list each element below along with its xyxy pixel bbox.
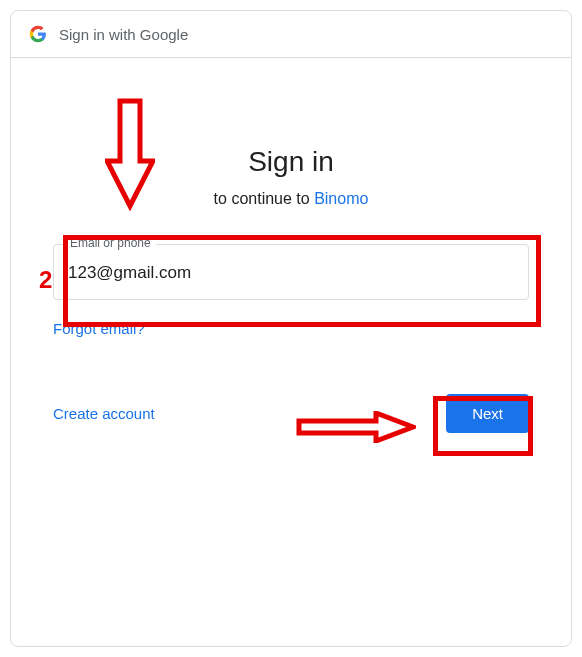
subtitle-text: to continue to bbox=[214, 190, 315, 207]
email-input-wrap: Email or phone bbox=[53, 244, 529, 300]
app-name-link[interactable]: Binomo bbox=[314, 190, 368, 207]
forgot-email-link[interactable]: Forgot email? bbox=[53, 320, 145, 337]
card-header: Sign in with Google bbox=[11, 11, 571, 58]
actions-row: Create account Next bbox=[53, 394, 529, 433]
card-content: Sign in to continue to Binomo Email or p… bbox=[11, 58, 571, 463]
create-account-link[interactable]: Create account bbox=[53, 405, 155, 422]
next-button[interactable]: Next bbox=[446, 394, 529, 433]
email-field[interactable] bbox=[53, 244, 529, 300]
email-label: Email or phone bbox=[65, 236, 156, 250]
subtitle: to continue to Binomo bbox=[53, 190, 529, 208]
signin-card: Sign in with Google Sign in to continue … bbox=[10, 10, 572, 647]
page-title: Sign in bbox=[53, 146, 529, 178]
google-icon bbox=[29, 25, 47, 43]
header-title: Sign in with Google bbox=[59, 26, 188, 43]
